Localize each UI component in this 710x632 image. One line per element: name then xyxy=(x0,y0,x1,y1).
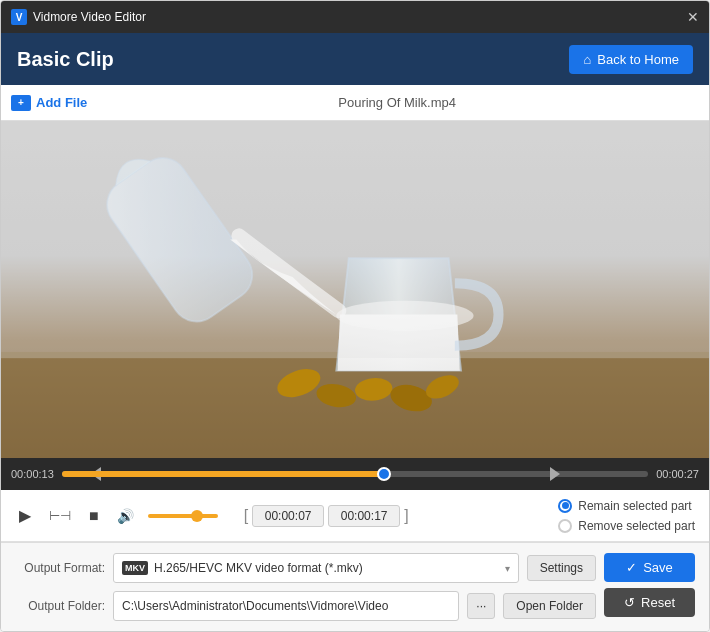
title-bar: V Vidmore Video Editor ✕ xyxy=(1,1,709,33)
svg-rect-9 xyxy=(1,121,709,358)
save-check-icon: ✓ xyxy=(626,560,637,575)
remain-radio[interactable] xyxy=(558,499,572,513)
back-to-home-label: Back to Home xyxy=(597,52,679,67)
format-row: Output Format: MKV H.265/HEVC MKV video … xyxy=(15,553,596,583)
remove-radio-row[interactable]: Remove selected part xyxy=(558,519,695,533)
volume-icon: 🔊 xyxy=(117,508,134,524)
add-file-label: Add File xyxy=(36,95,87,110)
scrubber-track[interactable] xyxy=(62,471,648,477)
remove-label: Remove selected part xyxy=(578,519,695,533)
app-icon: V xyxy=(11,9,27,25)
format-select-inner: MKV H.265/HEVC MKV video format (*.mkv) xyxy=(122,561,363,575)
clip-end-time[interactable]: 00:00:17 xyxy=(328,505,400,527)
controls-bar: ▶ ⊢⊣ ■ 🔊 [ 00:00:07 00:00:17 ] Remain se… xyxy=(1,490,709,542)
clip-left-bracket[interactable]: [ xyxy=(244,507,248,525)
format-label: Output Format: xyxy=(15,561,105,575)
video-preview xyxy=(1,121,709,458)
format-value: H.265/HEVC MKV video format (*.mkv) xyxy=(154,561,363,575)
title-bar-left: V Vidmore Video Editor xyxy=(11,9,146,25)
open-folder-button[interactable]: Open Folder xyxy=(503,593,596,619)
scrubber-thumb[interactable] xyxy=(377,467,391,481)
scrubber-progress xyxy=(62,471,384,477)
save-button[interactable]: ✓ Save xyxy=(604,553,695,582)
timeline-area: 00:00:13 00:00:27 xyxy=(1,458,709,490)
remain-controls: Remain selected part Remove selected par… xyxy=(558,499,695,533)
add-file-icon: + xyxy=(11,95,31,111)
output-bottom: Output Format: MKV H.265/HEVC MKV video … xyxy=(15,553,695,621)
close-button[interactable]: ✕ xyxy=(687,9,699,25)
folder-path: C:\Users\Administrator\Documents\Vidmore… xyxy=(113,591,459,621)
frame-step-button[interactable]: ⊢⊣ xyxy=(45,504,75,527)
play-button[interactable]: ▶ xyxy=(15,502,35,529)
page-title: Basic Clip xyxy=(17,48,114,71)
folder-label: Output Folder: xyxy=(15,599,105,613)
output-fields: Output Format: MKV H.265/HEVC MKV video … xyxy=(15,553,596,621)
reset-button[interactable]: ↺ Reset xyxy=(604,588,695,617)
app-window: V Vidmore Video Editor ✕ Basic Clip ⌂ Ba… xyxy=(0,0,710,632)
format-select[interactable]: MKV H.265/HEVC MKV video format (*.mkv) … xyxy=(113,553,519,583)
stop-button[interactable]: ■ xyxy=(85,503,103,529)
video-scene xyxy=(1,121,709,458)
chevron-down-icon: ▾ xyxy=(505,563,510,574)
save-label: Save xyxy=(643,560,673,575)
remove-radio[interactable] xyxy=(558,519,572,533)
time-end: 00:00:27 xyxy=(656,468,699,480)
clip-right-bracket[interactable]: ] xyxy=(404,507,408,525)
add-file-button[interactable]: + Add File xyxy=(11,95,87,111)
reset-icon: ↺ xyxy=(624,595,635,610)
file-name: Pouring Of Milk.mp4 xyxy=(95,95,699,110)
clip-controls: [ 00:00:07 00:00:17 ] xyxy=(244,505,409,527)
output-area: Output Format: MKV H.265/HEVC MKV video … xyxy=(1,542,709,631)
time-start: 00:00:13 xyxy=(11,468,54,480)
frame-step-icon: ⊢⊣ xyxy=(49,508,71,523)
clip-start-time[interactable]: 00:00:07 xyxy=(252,505,324,527)
back-to-home-button[interactable]: ⌂ Back to Home xyxy=(569,45,693,74)
reset-label: Reset xyxy=(641,595,675,610)
remain-radio-row[interactable]: Remain selected part xyxy=(558,499,695,513)
settings-button[interactable]: Settings xyxy=(527,555,596,581)
toolbar: + Add File Pouring Of Milk.mp4 xyxy=(1,85,709,121)
header-bar: Basic Clip ⌂ Back to Home xyxy=(1,33,709,85)
home-icon: ⌂ xyxy=(583,52,591,67)
stop-icon: ■ xyxy=(89,507,99,525)
format-icon: MKV xyxy=(122,561,148,575)
folder-dots-button[interactable]: ··· xyxy=(467,593,495,619)
volume-slider[interactable] xyxy=(148,514,218,518)
volume-thumb[interactable] xyxy=(191,510,203,522)
folder-row: Output Folder: C:\Users\Administrator\Do… xyxy=(15,591,596,621)
folder-path-text: C:\Users\Administrator\Documents\Vidmore… xyxy=(122,599,388,613)
remain-label: Remain selected part xyxy=(578,499,691,513)
video-area xyxy=(1,121,709,458)
action-buttons: ✓ Save ↺ Reset xyxy=(604,553,695,617)
volume-button[interactable]: 🔊 xyxy=(113,504,138,528)
window-title: Vidmore Video Editor xyxy=(33,10,146,24)
scrubber-right-handle[interactable] xyxy=(550,467,560,481)
play-icon: ▶ xyxy=(19,506,31,525)
